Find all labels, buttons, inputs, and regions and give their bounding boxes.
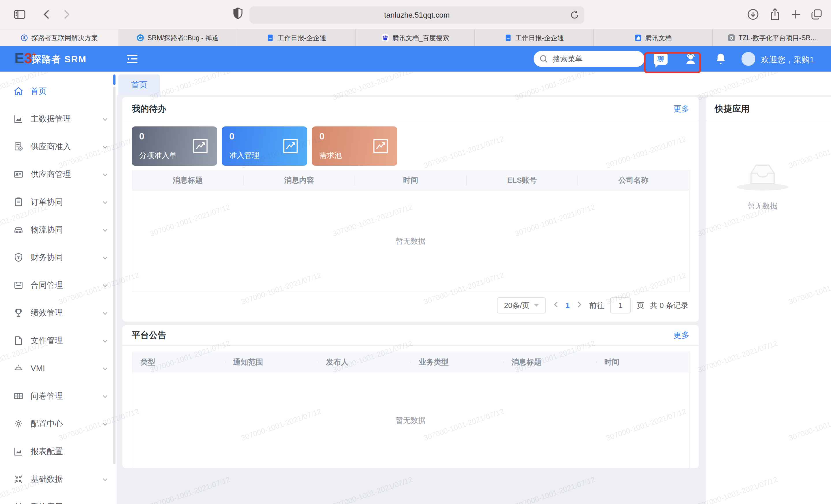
- sidebar-item-base-data[interactable]: 基础数据: [0, 465, 117, 493]
- sidebar-item-finance[interactable]: 财务协同: [0, 244, 117, 271]
- sidebar-item-label: 供应商准入: [31, 141, 102, 152]
- sidebar-item-system-apps[interactable]: 系统应用: [0, 493, 117, 504]
- sidebar-item-master-data[interactable]: 主数据管理: [0, 105, 117, 133]
- chevron-down-icon: [102, 476, 109, 483]
- privacy-shield-icon[interactable]: [233, 7, 242, 21]
- new-tab-icon[interactable]: [789, 7, 803, 21]
- chat-icon[interactable]: 聊: [653, 46, 669, 71]
- browser-tab-2[interactable]: SRM/探路者::Bug - 禅道: [118, 29, 237, 46]
- sidebar-item-performance[interactable]: 绩效管理: [0, 299, 117, 327]
- chevron-down-icon: [102, 392, 109, 399]
- next-page-icon[interactable]: [575, 301, 583, 310]
- alarm-icon: [13, 363, 24, 374]
- application-window: tanluzhe.51qqt.com: [0, 0, 831, 504]
- menu-search-box[interactable]: [534, 51, 644, 67]
- chevron-down-icon: [102, 171, 109, 178]
- sidebar-item-label: 主数据管理: [31, 114, 102, 124]
- downloads-icon[interactable]: [746, 7, 760, 21]
- browser-tab-7[interactable]: Q TZL-数字化平台项目-SR...: [712, 29, 831, 46]
- sidebar-item-label: 文件管理: [31, 335, 102, 346]
- total-records: 共 0 条记录: [650, 300, 688, 310]
- sidebar-item-logistics[interactable]: 物流协同: [0, 216, 117, 244]
- column-header: 消息内容: [244, 175, 355, 185]
- quick-apps-panel: 快捷应用 设置 暂无数据: [706, 97, 831, 504]
- sidebar-item-supplier-mgmt[interactable]: 供应商管理: [0, 160, 117, 188]
- chevron-down-icon: [102, 337, 109, 344]
- browser-toolbar: tanluzhe.51qqt.com: [0, 0, 831, 29]
- todo-more-link[interactable]: 更多: [674, 103, 689, 114]
- sidebar-item-report-config[interactable]: 报表配置: [0, 438, 117, 465]
- browser-tab-3[interactable]: 工作日报-企企通: [237, 29, 356, 46]
- sidebar-item-questionnaire[interactable]: 问卷管理: [0, 382, 117, 410]
- sidebar-item-home[interactable]: 首页: [0, 77, 117, 105]
- address-bar[interactable]: tanluzhe.51qqt.com: [250, 6, 584, 24]
- tab-label: 工作日报-企企通: [515, 33, 564, 42]
- browser-tab-1[interactable]: 探路者互联网解决方案: [0, 29, 118, 46]
- stat-value: 0: [229, 131, 234, 142]
- doc-check-icon: [13, 142, 24, 152]
- trophy-icon: [13, 308, 24, 318]
- url-text: tanluzhe.51qqt.com: [384, 11, 450, 20]
- page-scrollbar-track[interactable]: [113, 87, 115, 464]
- share-icon[interactable]: [768, 7, 782, 21]
- sidebar-item-supplier-access[interactable]: 供应商准入: [0, 133, 117, 160]
- tab-overview-icon[interactable]: [810, 7, 824, 21]
- sidebar-item-label: 订单协同: [31, 197, 102, 208]
- stat-label: 需求池: [319, 150, 342, 160]
- trend-chart-icon: [373, 139, 388, 154]
- tab-label: 工作日报-企企通: [278, 33, 326, 42]
- sliders-icon: [13, 502, 24, 504]
- chevron-down-icon: [102, 365, 109, 372]
- prev-page-icon[interactable]: [552, 301, 560, 310]
- column-header: ELS账号: [467, 175, 578, 185]
- sidebar-item-label: 问卷管理: [31, 390, 102, 402]
- stat-card-demand-pool[interactable]: 0 需求池: [312, 126, 397, 166]
- stat-label: 准入管理: [229, 150, 259, 160]
- sidebar-item-config-center[interactable]: 配置中心: [0, 410, 117, 438]
- todo-table-body: 暂无数据: [132, 190, 689, 292]
- column-header: 发布人: [318, 357, 410, 367]
- browser-tab-6[interactable]: 腾讯文档: [593, 29, 712, 46]
- tencent-docs-favicon: [634, 34, 642, 41]
- customer-service-icon[interactable]: [683, 46, 699, 71]
- forward-icon[interactable]: [60, 7, 74, 21]
- announcement-card: 平台公告 更多 类型 通知范围 发布人 业务类型 消息标题 时间: [122, 325, 699, 468]
- refresh-icon[interactable]: [570, 10, 579, 23]
- stat-value: 0: [139, 131, 144, 142]
- current-page[interactable]: 1: [566, 301, 570, 310]
- search-icon: [539, 55, 548, 63]
- stat-card-sub-access[interactable]: 0 分项准入单: [132, 126, 217, 166]
- chevron-down-icon: [102, 226, 109, 233]
- user-avatar[interactable]: [742, 52, 755, 66]
- announcement-more-link[interactable]: 更多: [674, 330, 689, 340]
- shield-yen-icon: [13, 252, 24, 263]
- announcement-table-header: 类型 通知范围 发布人 业务类型 消息标题 时间: [132, 352, 689, 372]
- app-header: E3+ 探路者 SRM 聊 欢迎您，采购1: [0, 46, 831, 71]
- search-input[interactable]: [553, 55, 628, 63]
- sidebar-item-label: VMI: [31, 364, 102, 373]
- page-size-select[interactable]: 20条/页: [497, 297, 546, 314]
- sidebar-item-contract[interactable]: 合同管理: [0, 271, 117, 299]
- sidebar-item-files[interactable]: 文件管理: [0, 327, 117, 354]
- announcement-card-header: 平台公告 更多: [122, 325, 699, 346]
- sidebar-item-label: 绩效管理: [31, 307, 102, 318]
- sidebar-item-order-collab[interactable]: 订单协同: [0, 188, 117, 216]
- stat-card-access-mgmt[interactable]: 0 准入管理: [222, 126, 307, 166]
- notifications-bell-icon[interactable]: [714, 46, 727, 71]
- empty-box-icon: [746, 160, 779, 186]
- announcement-table: 类型 通知范围 发布人 业务类型 消息标题 时间 暂无数据: [132, 352, 689, 469]
- browser-tab-5[interactable]: 工作日报-企企通: [475, 29, 593, 46]
- truck-icon: [13, 225, 24, 235]
- doc-favicon: [505, 34, 512, 41]
- goto-page-input[interactable]: [610, 297, 631, 314]
- doc-favicon: [266, 34, 274, 41]
- page-tab-home[interactable]: 首页: [118, 75, 160, 95]
- column-header: 类型: [132, 357, 225, 367]
- sidebar-toggle-icon[interactable]: [13, 7, 27, 21]
- sidebar-scrollbar-thumb[interactable]: [113, 75, 115, 85]
- sidebar-item-vmi[interactable]: VMI: [0, 354, 117, 382]
- menu-fold-icon[interactable]: [126, 53, 139, 67]
- compress-arrows-icon: [13, 474, 24, 484]
- browser-tab-4[interactable]: 腾讯文档_百度搜索: [355, 29, 475, 46]
- back-icon[interactable]: [39, 7, 53, 21]
